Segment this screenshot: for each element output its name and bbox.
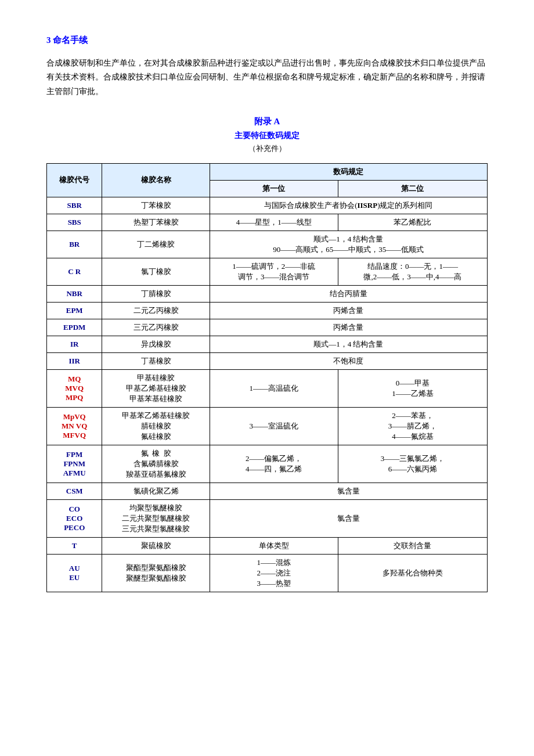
header-code: 橡胶代号	[47, 163, 102, 197]
appendix-subtitle: 主要特征数码规定	[46, 131, 488, 141]
table-row: EPDM 三元乙丙橡胶 丙烯含量	[47, 319, 488, 336]
table-row: T 聚硫橡胶 单体类型 交联剂含量	[47, 537, 488, 554]
table-row: CSM 氯磺化聚乙烯 氯含量	[47, 483, 488, 499]
header-digit-rule: 数码规定	[210, 163, 487, 180]
table-row: COECOPECO 均聚型氯醚橡胶二元共聚型氯醚橡胶三元共聚型氯醚橡胶 氯含量	[47, 499, 488, 537]
appendix-note: （补充件）	[46, 143, 488, 154]
table-row: MQMVQMPQ 甲基硅橡胶甲基乙烯基硅橡胶甲基苯基硅橡胶 1——高温硫化 0—…	[47, 369, 488, 407]
header-first-digit: 第一位	[210, 180, 338, 197]
main-table: 橡胶代号 橡胶名称 数码规定 第一位 第二位 SBR 丁苯橡胶 与国际合成橡胶生…	[46, 163, 488, 592]
header-name: 橡胶名称	[102, 163, 210, 197]
table-row: IIR 丁基橡胶 不饱和度	[47, 352, 488, 369]
intro-text: 合成橡胶研制和生产单位，在对其合成橡胶新品种进行鉴定或以产品进行出售时，事先应向…	[46, 56, 488, 99]
table-row: NBR 丁腈橡胶 结合丙腈量	[47, 285, 488, 302]
appendix-title: 附录 A	[46, 116, 488, 127]
header-second-digit: 第二位	[338, 180, 487, 197]
table-row: EPM 二元乙丙橡胶 丙烯含量	[47, 302, 488, 319]
table-row: BR 丁二烯橡胶 顺式—1，4 结构含量90——高顺式，65——中顺式，35——…	[47, 231, 488, 258]
table-row: MpVQMN VQMFVQ 甲基苯乙烯基硅橡胶腈硅橡胶氟硅橡胶 3——室温硫化 …	[47, 407, 488, 445]
section-title: 3 命名手续	[46, 35, 488, 46]
table-row: AUEU 聚酯型聚氨酯橡胶聚醚型聚氨酯橡胶 1——混炼2——浇注3——热塑 多羟…	[47, 554, 488, 592]
table-row: SBS 热塑丁苯橡胶 4——星型，1——线型 苯乙烯配比	[47, 214, 488, 231]
table-row: IR 异戊橡胶 顺式—1，4 结构含量	[47, 336, 488, 352]
table-row: SBR 丁苯橡胶 与国际合成橡胶生产者协会(IISRP)规定的系列相同	[47, 197, 488, 214]
table-row: C R 氯丁橡胶 1——硫调节，2——非硫调节，3——混合调节 结晶速度：0——…	[47, 258, 488, 285]
table-row: FPMFPNMAFMU 氟 橡 胶含氟磷腈橡胶羧基亚硝基氟橡胶 2——偏氟乙烯，…	[47, 445, 488, 483]
